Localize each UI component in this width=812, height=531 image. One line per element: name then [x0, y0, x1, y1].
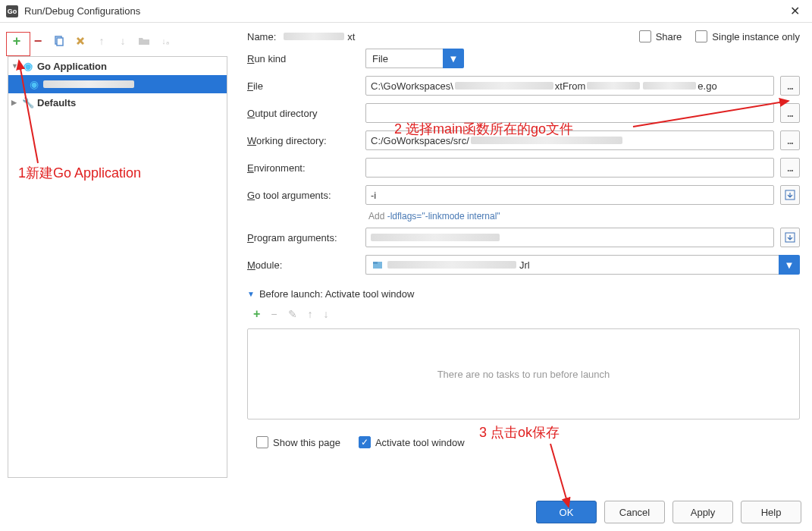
- output-browse-button[interactable]: ...: [780, 103, 800, 123]
- go-config-icon: ◉: [28, 78, 40, 90]
- move-up-button: ↑: [94, 33, 109, 49]
- tasks-list: There are no tasks to run before launch: [247, 328, 800, 419]
- config-toolbar: + − ↑ ↓ ↓ₐ: [8, 29, 227, 53]
- apply-button[interactable]: Apply: [672, 501, 733, 523]
- expand-icon[interactable]: ▼: [11, 62, 19, 70]
- runkind-value: File: [372, 53, 388, 64]
- progargs-input[interactable]: [365, 228, 774, 247]
- single-instance-checkbox[interactable]: Single instance only: [695, 30, 800, 42]
- svg-rect-1: [57, 38, 63, 46]
- file-browse-button[interactable]: ...: [780, 76, 800, 96]
- tree-label: Go Application: [37, 61, 107, 72]
- show-page-checkbox[interactable]: Show this page: [256, 436, 340, 448]
- move-down-button: ↓: [115, 33, 130, 49]
- dialog-footer: OK Cancel Apply Help: [536, 501, 801, 523]
- file-input[interactable]: C:\GoWorkspaces\xtFrome.go: [365, 76, 774, 96]
- sort-button: ↓ₐ: [158, 33, 173, 49]
- wrench-icon: 🔧: [22, 96, 34, 108]
- workdir-label: Working directory:: [247, 135, 359, 146]
- edit-task-button: ✎: [288, 308, 297, 320]
- add-config-button[interactable]: +: [9, 33, 24, 49]
- config-tree[interactable]: ▼ ◉ Go Application ◉ ▶ 🔧 Defaults: [8, 56, 227, 478]
- activate-tool-checkbox[interactable]: ✓Activate tool window: [359, 436, 465, 448]
- progargs-label: Program arguments:: [247, 232, 359, 244]
- window-title: Run/Debug Configurations: [24, 5, 783, 17]
- task-down-button: ↓: [324, 308, 329, 320]
- tree-node-defaults[interactable]: ▶ 🔧 Defaults: [8, 93, 227, 112]
- dropdown-icon[interactable]: ▼: [779, 255, 800, 275]
- tasks-toolbar: + − ✎ ↑ ↓: [247, 304, 800, 324]
- collapse-icon[interactable]: ▼: [247, 290, 255, 298]
- go-application-icon: ◉: [22, 60, 34, 72]
- folder-button: [136, 33, 152, 49]
- remove-config-button[interactable]: −: [30, 33, 45, 49]
- titlebar: Go Run/Debug Configurations ✕: [0, 0, 812, 23]
- runkind-label: Run kind: [247, 53, 359, 64]
- module-select[interactable]: Jrl ▼: [365, 255, 800, 275]
- remove-task-button: −: [271, 308, 277, 320]
- tree-node-selected-config[interactable]: ◉: [8, 75, 227, 93]
- app-icon: Go: [6, 5, 18, 17]
- name-label: NName:ame:: [247, 31, 276, 42]
- copy-config-button[interactable]: [52, 33, 67, 49]
- dropdown-icon[interactable]: ▼: [443, 49, 464, 68]
- progargs-expand-button[interactable]: [780, 228, 800, 247]
- add-task-button[interactable]: +: [253, 307, 260, 321]
- gotool-label: Go tool arguments:: [247, 190, 359, 201]
- runkind-select[interactable]: File ▼: [365, 49, 464, 68]
- task-up-button: ↑: [308, 308, 313, 320]
- module-label: Module:: [247, 259, 359, 271]
- config-form: NName:ame: xt Share Single instance only…: [235, 23, 812, 478]
- env-input[interactable]: [365, 158, 774, 178]
- workdir-browse-button[interactable]: ...: [780, 130, 800, 150]
- env-browse-button[interactable]: ...: [780, 158, 800, 178]
- workdir-input[interactable]: C:/GoWorkspaces/src/: [365, 130, 774, 150]
- before-launch-header[interactable]: ▼ Before launch: Activate tool window: [247, 288, 800, 300]
- sidebar: + − ↑ ↓ ↓ₐ ▼ ◉ Go Application ◉: [0, 23, 235, 478]
- file-label: File: [247, 80, 359, 92]
- tree-label: Defaults: [37, 97, 76, 108]
- close-icon[interactable]: ✕: [783, 4, 806, 18]
- tree-node-go-application[interactable]: ▼ ◉ Go Application: [8, 57, 227, 75]
- env-label: Environment:: [247, 162, 359, 174]
- tasks-empty-text: There are no tasks to run before launch: [437, 369, 610, 380]
- settings-button[interactable]: [73, 33, 88, 49]
- output-input[interactable]: [365, 103, 774, 123]
- gotool-expand-button[interactable]: [780, 185, 800, 205]
- output-label: Output directory: [247, 108, 359, 119]
- help-button[interactable]: Help: [741, 501, 801, 523]
- name-input[interactable]: xt: [284, 31, 397, 42]
- ok-button[interactable]: OK: [536, 501, 597, 523]
- svg-rect-5: [373, 262, 378, 264]
- expand-icon[interactable]: ▶: [11, 99, 19, 106]
- hint-text: Add -ldflags="-linkmode internal": [247, 211, 800, 222]
- name-value: xt: [347, 31, 355, 42]
- cancel-button[interactable]: Cancel: [604, 501, 665, 523]
- share-checkbox[interactable]: Share: [639, 30, 682, 42]
- gotool-input[interactable]: -i: [365, 185, 774, 205]
